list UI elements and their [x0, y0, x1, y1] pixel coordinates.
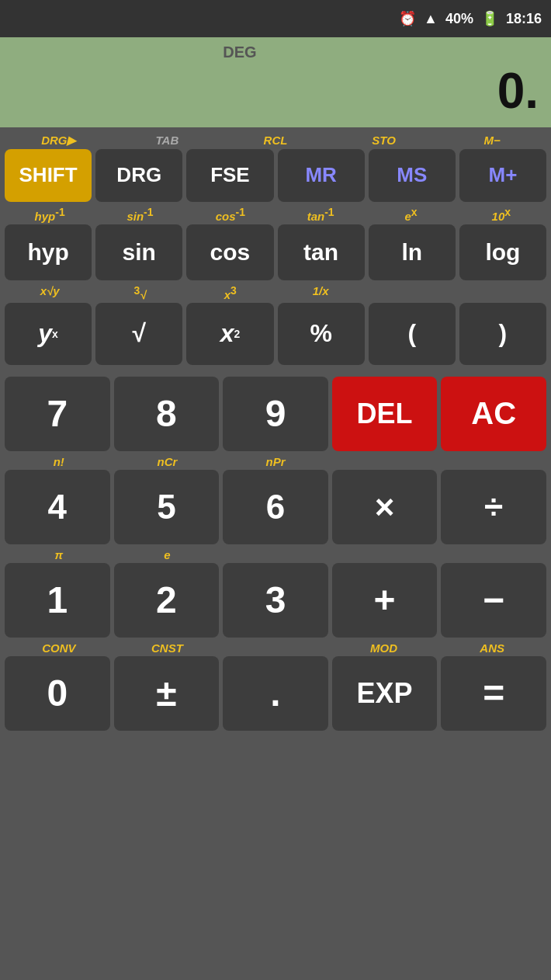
mminus-secondary: M−	[438, 134, 546, 148]
plusminus-button[interactable]: ±	[114, 656, 220, 731]
cos-inv-secondary: cos-1	[185, 206, 276, 223]
battery-percent: 40%	[445, 11, 473, 27]
nfact-secondary: n!	[5, 455, 113, 468]
pi-secondary: π	[5, 548, 113, 561]
1-button[interactable]: 1	[5, 563, 110, 638]
mplus-button[interactable]: M+	[459, 149, 546, 202]
mod-secondary: MOD	[330, 641, 438, 655]
empty-7: .	[438, 548, 546, 561]
alarm-icon: ⏰	[399, 10, 416, 27]
display-value: 0.	[497, 61, 539, 121]
row-7: 0 ± . EXP =	[5, 656, 546, 731]
yx-button[interactable]: yx	[5, 303, 92, 365]
equals-button[interactable]: =	[441, 656, 546, 731]
xcubed-secondary: x3	[185, 284, 276, 301]
7-button[interactable]: 7	[5, 377, 110, 451]
calculator-display: DEG 0.	[0, 37, 551, 127]
cos-button[interactable]: cos	[186, 224, 273, 280]
secondary-labels-2: hyp-1 sin-1 cos-1 tan-1 ex 10x	[5, 206, 546, 223]
tan-inv-secondary: tan-1	[276, 206, 366, 223]
secondary-labels-5: π e . . .	[5, 548, 546, 561]
secondary-labels-1: DRG▶ TAB RCL STO M−	[5, 134, 546, 148]
2-button[interactable]: 2	[114, 563, 220, 638]
tan-button[interactable]: tan	[278, 224, 365, 280]
row-6: 1 2 3 + −	[5, 563, 546, 638]
secondary-labels-3: x√y 3√ x3 1/x . .	[5, 284, 546, 301]
9-button[interactable]: 9	[223, 377, 328, 451]
lparen-button[interactable]: (	[369, 303, 456, 365]
ln-button[interactable]: ln	[369, 224, 456, 280]
npr-secondary: nPr	[221, 455, 330, 468]
decimal-button[interactable]: .	[223, 656, 328, 731]
ex-secondary: ex	[366, 206, 456, 223]
ncr-secondary: nCr	[113, 455, 222, 468]
minus-button[interactable]: −	[441, 563, 546, 638]
angle-mode: DEG	[12, 43, 257, 61]
shift-button[interactable]: SHIFT	[5, 149, 92, 202]
plus-button[interactable]: +	[332, 563, 438, 638]
multiply-button[interactable]: ×	[332, 470, 438, 544]
tenx-secondary: 10x	[456, 206, 546, 223]
signal-icon: ▲	[424, 11, 438, 27]
row-2: hyp sin cos tan ln log	[5, 224, 546, 280]
row-5: 4 5 6 × ÷	[5, 470, 546, 544]
status-bar: ⏰ ▲ 40% 🔋 18:16	[0, 0, 551, 37]
empty-2: .	[456, 284, 546, 301]
mr-button[interactable]: MR	[278, 149, 365, 202]
ms-button[interactable]: MS	[369, 149, 456, 202]
tab-secondary: TAB	[113, 134, 222, 148]
4-button[interactable]: 4	[5, 470, 110, 544]
percent-button[interactable]: %	[278, 303, 365, 365]
fse-button[interactable]: FSE	[186, 149, 273, 202]
8-button[interactable]: 8	[114, 377, 220, 451]
del-button[interactable]: DEL	[332, 377, 438, 451]
cuberoot-secondary: 3√	[95, 284, 185, 301]
secondary-labels-6: CONV CNST . MOD ANS	[5, 641, 546, 655]
cnst-secondary: CNST	[113, 641, 222, 655]
conv-secondary: CONV	[5, 641, 113, 655]
empty-1: .	[366, 284, 456, 301]
secondary-labels-4: n! nCr nPr . .	[5, 455, 546, 468]
xrooty-secondary: x√y	[5, 284, 95, 301]
ans-secondary: ANS	[438, 641, 546, 655]
row-3: yx √ x2 % ( )	[5, 303, 546, 365]
battery-icon: 🔋	[481, 10, 498, 27]
calculator-body: DRG▶ TAB RCL STO M− SHIFT DRG FSE MR MS …	[0, 127, 551, 738]
sto-secondary: STO	[330, 134, 438, 148]
5-button[interactable]: 5	[114, 470, 220, 544]
row-4: 7 8 9 DEL AC	[5, 377, 546, 451]
rparen-button[interactable]: )	[459, 303, 546, 365]
empty-4: .	[438, 455, 546, 468]
empty-6: .	[330, 548, 438, 561]
xsquared-button[interactable]: x2	[186, 303, 273, 365]
3-button[interactable]: 3	[223, 563, 328, 638]
divide-button[interactable]: ÷	[441, 470, 546, 544]
time-display: 18:16	[506, 11, 542, 27]
exp-button[interactable]: EXP	[332, 656, 438, 731]
sin-inv-secondary: sin-1	[95, 206, 185, 223]
ac-button[interactable]: AC	[441, 377, 546, 451]
hyp-inv-secondary: hyp-1	[5, 206, 95, 223]
row-1: SHIFT DRG FSE MR MS M+	[5, 149, 546, 202]
drg-button[interactable]: DRG	[95, 149, 182, 202]
0-button[interactable]: 0	[5, 656, 110, 731]
oneover-secondary: 1/x	[276, 284, 366, 301]
log-button[interactable]: log	[459, 224, 546, 280]
empty-5: .	[221, 548, 330, 561]
empty-3: .	[330, 455, 438, 468]
e-secondary: e	[113, 548, 222, 561]
sin-button[interactable]: sin	[95, 224, 182, 280]
rcl-secondary: RCL	[221, 134, 330, 148]
6-button[interactable]: 6	[223, 470, 328, 544]
sqrt-button[interactable]: √	[95, 303, 182, 365]
drg-secondary: DRG▶	[5, 134, 113, 148]
hyp-button[interactable]: hyp	[5, 224, 92, 280]
empty-8: .	[221, 641, 330, 655]
